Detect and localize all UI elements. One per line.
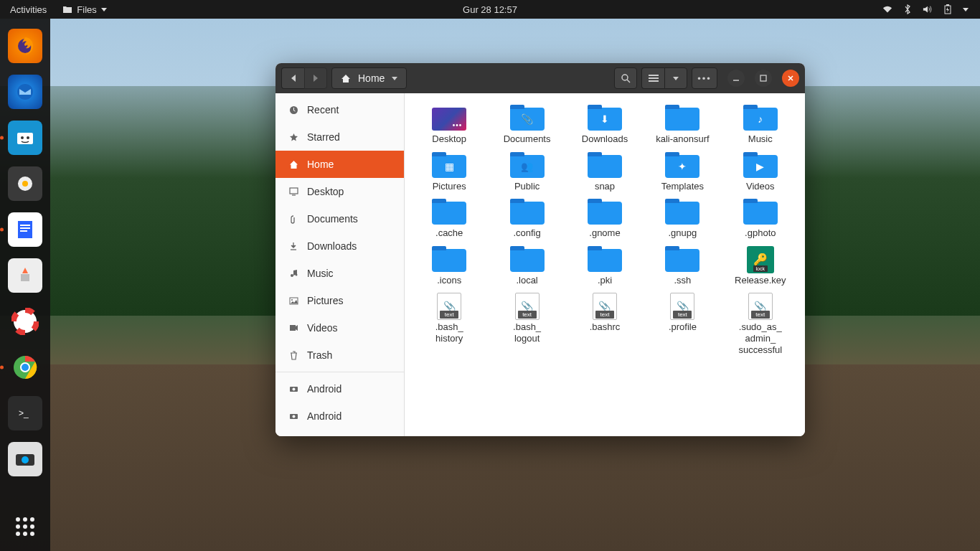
- sidebar-item-trash[interactable]: Trash: [275, 342, 404, 369]
- file-item[interactable]: ▶Videos: [723, 151, 798, 194]
- sidebar-device-android[interactable]: Android: [275, 402, 404, 430]
- sidebar-item-label: Home: [307, 159, 334, 170]
- system-menu-icon[interactable]: [963, 8, 969, 11]
- volume-icon[interactable]: [923, 4, 933, 14]
- file-item[interactable]: .cache: [412, 197, 486, 240]
- sidebar-item-label: Android: [307, 410, 341, 422]
- dock-rhythmbox[interactable]: [8, 166, 42, 201]
- file-item[interactable]: snap: [567, 151, 642, 194]
- sidebar-item-desktop[interactable]: Desktop: [275, 178, 404, 205]
- file-item[interactable]: 🔑Release.key: [723, 245, 798, 288]
- maximize-button[interactable]: [755, 70, 772, 87]
- videos-icon: [288, 324, 298, 331]
- file-item[interactable]: kali-anonsurf: [645, 103, 720, 146]
- file-item[interactable]: .pki: [567, 245, 642, 288]
- file-item[interactable]: 📎.sudo_as_admin_successful: [723, 291, 798, 357]
- file-label: .bash_history: [435, 321, 463, 344]
- battery-icon[interactable]: [943, 4, 953, 14]
- dock-firefox[interactable]: [8, 29, 42, 63]
- dock-terminal[interactable]: >_: [8, 396, 42, 430]
- desktop-folder-icon: [432, 108, 466, 131]
- file-item[interactable]: .ssh: [645, 245, 720, 288]
- folder-icon: [510, 202, 545, 225]
- file-item[interactable]: 📎.bash_logout: [489, 291, 564, 357]
- dock-software[interactable]: [8, 258, 42, 293]
- file-item[interactable]: 📎.bash_history: [412, 291, 486, 357]
- folder-icon: 👥: [510, 155, 545, 178]
- svg-point-21: [22, 456, 29, 463]
- sidebar-item-documents[interactable]: Documents: [275, 205, 404, 232]
- folder-icon: [432, 202, 466, 225]
- titlebar[interactable]: Home •••: [275, 63, 805, 93]
- sidebar-item-downloads[interactable]: Downloads: [275, 232, 404, 260]
- file-item[interactable]: 📎Documents: [489, 103, 564, 146]
- dock-camera[interactable]: [8, 442, 42, 476]
- file-label: .icons: [437, 275, 461, 286]
- folder-icon: ⬇: [588, 108, 622, 131]
- file-item[interactable]: ▦Pictures: [412, 151, 486, 194]
- folder-icon: 📎: [510, 108, 545, 131]
- bluetooth-icon[interactable]: [903, 4, 913, 14]
- file-item[interactable]: 📎.bashrc: [567, 291, 642, 357]
- file-item[interactable]: .local: [489, 245, 564, 288]
- show-applications-button[interactable]: [8, 509, 42, 544]
- view-dropdown-button[interactable]: [664, 67, 687, 89]
- file-item[interactable]: Desktop: [412, 103, 486, 146]
- file-view[interactable]: Desktop📎Documents⬇Downloadskali-anonsurf…: [405, 93, 805, 436]
- forward-button[interactable]: [304, 67, 327, 89]
- text-file-icon: 📎: [437, 293, 461, 320]
- file-item[interactable]: .config: [489, 197, 564, 240]
- path-label: Home: [358, 72, 385, 84]
- minimize-button[interactable]: [727, 70, 745, 87]
- svg-rect-30: [290, 188, 298, 194]
- activities-button[interactable]: Activities: [10, 4, 47, 15]
- search-button[interactable]: [614, 67, 637, 89]
- hamburger-menu-button[interactable]: •••: [692, 67, 717, 89]
- sidebar-item-recent[interactable]: Recent: [275, 96, 404, 123]
- sidebar-item-music[interactable]: Music: [275, 260, 404, 287]
- file-item[interactable]: 📎.profile: [645, 291, 720, 357]
- app-menu-label: Files: [77, 4, 96, 15]
- file-item[interactable]: .gnome: [567, 197, 642, 240]
- app-menu-button[interactable]: Files: [62, 4, 106, 15]
- back-button[interactable]: [281, 67, 304, 89]
- view-list-button[interactable]: [641, 67, 664, 89]
- dock-help[interactable]: [8, 304, 42, 339]
- folder-icon: ♪: [743, 108, 778, 131]
- svg-point-18: [22, 364, 29, 371]
- files-window: Home ••• RecentStarredHomeDesktopDocumen…: [275, 63, 805, 436]
- sidebar-item-label: Desktop: [307, 186, 344, 197]
- apps-grid-icon: [16, 517, 34, 536]
- file-item[interactable]: .gphoto: [723, 197, 798, 240]
- svg-point-33: [296, 273, 298, 276]
- close-button[interactable]: [782, 70, 799, 87]
- sidebar-item-starred[interactable]: Starred: [275, 123, 404, 151]
- svg-rect-24: [649, 75, 659, 76]
- file-label: Release.key: [735, 275, 786, 286]
- svg-rect-11: [20, 227, 30, 229]
- file-item[interactable]: ♪Music: [723, 103, 798, 146]
- dock: >_: [0, 19, 50, 551]
- sidebar-item-label: Recent: [307, 104, 339, 116]
- dock-libreoffice[interactable]: [8, 212, 42, 247]
- file-item[interactable]: .icons: [412, 245, 486, 288]
- text-file-icon: 📎: [515, 293, 540, 320]
- sidebar-device-android[interactable]: Android: [275, 375, 404, 402]
- svg-point-35: [291, 299, 293, 301]
- sidebar-item-home[interactable]: Home: [275, 151, 404, 178]
- clock[interactable]: Gur 28 12:57: [463, 4, 517, 15]
- dock-chrome[interactable]: [8, 350, 42, 385]
- sidebar-item-pictures[interactable]: Pictures: [275, 287, 404, 314]
- file-item[interactable]: ✦Templates: [645, 151, 720, 194]
- folder-icon: [62, 4, 72, 14]
- dock-files[interactable]: [8, 121, 42, 155]
- file-item[interactable]: 👥Public: [489, 151, 564, 194]
- file-item[interactable]: ⬇Downloads: [567, 103, 642, 146]
- path-bar[interactable]: Home: [331, 67, 407, 89]
- sidebar-item-videos[interactable]: Videos: [275, 314, 404, 342]
- folder-icon: [665, 108, 699, 131]
- file-label: Music: [748, 133, 773, 145]
- wifi-icon[interactable]: [882, 4, 892, 14]
- dock-thunderbird[interactable]: [8, 75, 42, 109]
- file-item[interactable]: .gnupg: [645, 197, 720, 240]
